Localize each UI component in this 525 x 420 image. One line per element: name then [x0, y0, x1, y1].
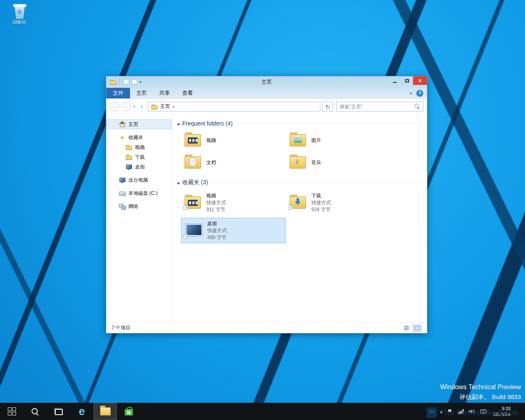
taskbar-search-button[interactable] — [23, 403, 47, 420]
qat-properties-button[interactable] — [123, 79, 129, 85]
thumbnail-view-button[interactable] — [413, 324, 422, 332]
internet-explorer-button[interactable]: e — [70, 403, 94, 420]
music-note-icon: ♪ — [295, 156, 299, 166]
film-emblem-icon — [188, 200, 198, 206]
store-bag-icon — [124, 407, 133, 415]
store-button[interactable] — [117, 403, 140, 420]
desktop-monitor-icon — [185, 224, 202, 237]
collection-book-watermark: The Collection Book — [427, 407, 518, 418]
back-button[interactable]: ← — [110, 102, 119, 111]
sidebar-item-network[interactable]: 网络 — [106, 201, 171, 211]
download-arrow-icon — [295, 198, 301, 205]
sidebar-item-favorites[interactable]: ★ 收藏夹 — [106, 132, 171, 142]
search-icon[interactable] — [415, 104, 420, 109]
breadcrumb-chevron-icon[interactable]: ▸ — [173, 105, 175, 109]
sidebar-item-this-pc[interactable]: 这台电脑 — [106, 175, 171, 185]
qat-newfolder-button[interactable] — [131, 79, 137, 85]
recent-locations-icon[interactable]: ▾ — [133, 105, 136, 109]
window-system-icon[interactable] — [110, 79, 116, 85]
group-collapse-icon[interactable]: ◢ — [177, 122, 179, 126]
video-folder-icon — [185, 134, 201, 146]
tile-label: 视频 — [206, 192, 226, 199]
collection-logo-icon — [427, 407, 437, 418]
ribbon-expand-icon[interactable]: ▾ — [410, 91, 412, 96]
monitor-icon — [126, 164, 132, 170]
start-button[interactable] — [0, 403, 23, 420]
star-icon: ★ — [119, 134, 126, 141]
minimize-icon — [393, 82, 397, 83]
tile-label: 图片 — [311, 137, 321, 144]
close-button[interactable]: × — [413, 76, 427, 85]
tab-home[interactable]: 主页 — [130, 88, 153, 98]
tab-share[interactable]: 共享 — [153, 88, 176, 98]
sidebar-label: 视频 — [135, 144, 145, 151]
tile-kind: 快捷方式 — [311, 199, 331, 206]
recycle-bin-label: 回收站 — [5, 19, 34, 25]
task-view-button[interactable] — [47, 403, 70, 420]
restore-button[interactable] — [401, 76, 413, 85]
sidebar-label: 桌面 — [135, 164, 145, 171]
group-collapse-icon[interactable]: ◢ — [177, 181, 179, 185]
minimize-button[interactable] — [388, 76, 401, 85]
group-header-frequent[interactable]: ◢ Frequent folders (4) — [177, 120, 422, 127]
details-view-icon — [404, 326, 409, 330]
search-box[interactable] — [336, 102, 423, 112]
tile-documents[interactable]: 文档 — [181, 153, 286, 172]
toolbar-separator — [119, 79, 120, 85]
address-bar[interactable]: 主页 ▸ — [148, 102, 320, 112]
navigation-pane: 主页 ★ 收藏夹 视频 下载 桌面 这台电脑 — [106, 114, 172, 322]
item-count: 7 个项目 — [112, 324, 130, 331]
tile-pictures[interactable]: 图片 — [286, 130, 391, 150]
windows-logo-icon — [8, 407, 16, 415]
recycle-bin-icon: ♻ — [13, 3, 26, 18]
download-folder-icon — [290, 196, 306, 209]
tile-videos[interactable]: 视频 — [181, 130, 286, 150]
location-icon — [151, 103, 158, 110]
tile-downloads-shortcut[interactable]: 下载 快捷方式 924 字节 — [286, 190, 391, 215]
sidebar-label: 下载 — [135, 154, 145, 161]
qat-dropdown-icon[interactable]: ▾ — [139, 80, 142, 84]
group-title: Frequent folders (4) — [182, 120, 233, 127]
sidebar-item-desktop[interactable]: 桌面 — [106, 162, 171, 172]
help-icon[interactable]: ? — [416, 90, 423, 97]
tile-label: 桌面 — [207, 220, 227, 227]
tile-desktop-shortcut-selected[interactable]: 桌面 快捷方式 499 字节 — [181, 218, 286, 243]
shortcut-arrow-icon — [183, 234, 188, 239]
address-toolbar: ← → ▾ ↑ 主页 ▸ ↻ — [106, 99, 427, 114]
restore-icon — [405, 79, 409, 82]
details-view-button[interactable] — [402, 324, 411, 332]
breadcrumb[interactable]: 主页 — [160, 103, 170, 110]
film-emblem-icon — [188, 137, 198, 144]
network-icon — [119, 203, 126, 210]
tab-view[interactable]: 查看 — [176, 88, 199, 98]
shortcut-arrow-icon — [183, 205, 188, 210]
forward-button[interactable]: → — [121, 102, 131, 111]
search-icon — [31, 408, 39, 415]
group-rule — [237, 123, 422, 124]
group-header-favorites[interactable]: ◢ 收藏夹 (3) — [177, 179, 422, 186]
sidebar-item-local-disk[interactable]: 本地磁盘 (C:) — [106, 188, 171, 198]
sidebar-label: 这台电脑 — [128, 177, 148, 184]
sidebar-item-videos[interactable]: 视频 — [106, 142, 171, 152]
refresh-button[interactable]: ↻ — [322, 102, 333, 112]
up-button[interactable]: ↑ — [138, 103, 146, 110]
status-bar: 7 个项目 — [106, 322, 427, 333]
task-view-icon — [54, 408, 63, 415]
tile-label: 音乐 — [311, 159, 321, 166]
file-explorer-icon — [100, 407, 111, 415]
recycle-bin-shortcut[interactable]: ♻ 回收站 — [5, 3, 34, 25]
frequent-folders-grid: 视频 图片 文档 ♪ 音乐 — [181, 130, 422, 172]
sidebar-item-downloads[interactable]: 下载 — [106, 152, 171, 162]
file-explorer-button[interactable] — [94, 403, 117, 420]
tile-label: 视频 — [206, 137, 216, 144]
sidebar-label: 主页 — [128, 121, 138, 128]
title-bar[interactable]: ▾ 主页 × — [106, 76, 427, 88]
sidebar-item-home[interactable]: 主页 — [106, 119, 171, 129]
search-input[interactable] — [340, 104, 415, 110]
tab-file[interactable]: 文件 — [106, 88, 130, 98]
tile-videos-shortcut[interactable]: 视频 快捷方式 911 字节 — [181, 190, 286, 215]
tile-music[interactable]: ♪ 音乐 — [286, 153, 391, 172]
quick-access-toolbar: ▾ — [106, 79, 142, 85]
sidebar-label: 本地磁盘 (C:) — [128, 190, 158, 197]
window-title: 主页 — [106, 78, 427, 86]
